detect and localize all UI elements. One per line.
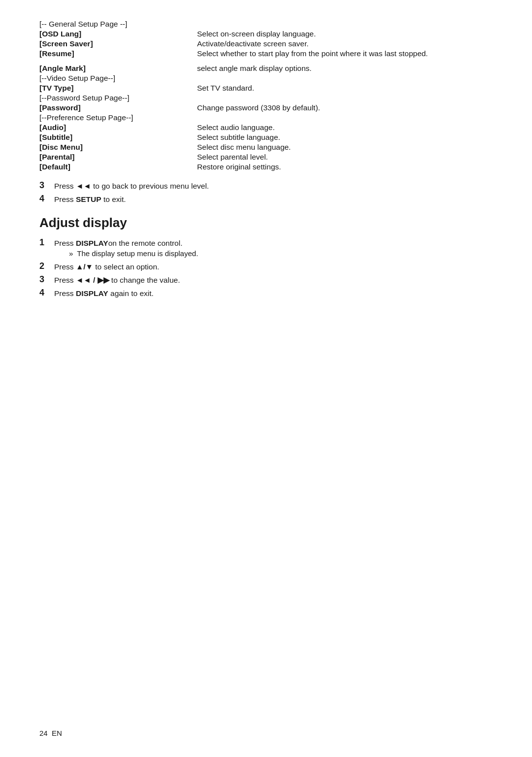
table-row: [Screen Saver] Activate/deactivate scree… — [39, 39, 493, 48]
setting-description: Restore original settings. — [197, 163, 493, 171]
sub-step-text: The display setup menu is displayed. — [77, 249, 198, 258]
adjust-step-2: 2 Press ▲/▼ to select an option. — [39, 261, 493, 272]
setting-osd-lang: [OSD Lang] — [39, 30, 197, 38]
adjust-step-3: 3 Press ◄◄ / ▶▶ to change the value. — [39, 274, 493, 286]
section-header-label: [--Password Setup Page--] — [39, 94, 130, 102]
setting-description: Activate/deactivate screen saver. — [197, 39, 493, 48]
setting-screen-saver: [Screen Saver] — [39, 39, 197, 48]
setting-tv-type: [TV Type] — [39, 84, 197, 93]
up-down-icon: ▲/▼ — [76, 263, 93, 271]
table-row: [Password] Change password (3308 by defa… — [39, 103, 493, 112]
setting-label: [Angle Mark] — [39, 64, 86, 72]
setting-label: [TV Type] — [39, 84, 73, 92]
step-number-2: 2 — [39, 261, 54, 271]
step-content-2: Press ▲/▼ to select an option. — [54, 261, 493, 272]
spacer — [39, 59, 493, 64]
table-row: [Disc Menu] Select disc menu language. — [39, 143, 493, 152]
section-header-password: [--Password Setup Page--] — [39, 94, 197, 102]
setting-password: [Password] — [39, 103, 197, 112]
pre-adjust-steps: 3 Press ◄◄ to go back to previous menu l… — [39, 180, 493, 205]
step-number-3: 3 — [39, 180, 54, 191]
setting-resume: [Resume] — [39, 49, 197, 58]
display-again-label: DISPLAY — [76, 289, 108, 297]
setting-description: Select audio language. — [197, 123, 493, 132]
step-number-1: 1 — [39, 237, 54, 248]
table-row: [Default] Restore original settings. — [39, 163, 493, 171]
setting-description: Change password (3308 by default). — [197, 103, 493, 112]
setting-description: Select on-screen display language. — [197, 30, 493, 38]
display-button-label: DISPLAY — [76, 239, 108, 247]
step-content-3: Press ◄◄ / ▶▶ to change the value. — [54, 274, 493, 286]
adjust-display-steps: 1 Press DISPLAYon the remote control. » … — [39, 237, 493, 299]
sub-step-bullet: » — [69, 249, 73, 258]
setting-label: [OSD Lang] — [39, 30, 81, 38]
setting-description: Select subtitle language. — [197, 133, 493, 142]
step-number-3b: 3 — [39, 274, 54, 285]
setting-description: select angle mark display options. — [197, 64, 493, 73]
step-content-1: Press DISPLAYon the remote control. » Th… — [54, 237, 198, 259]
table-row: [Angle Mark] select angle mark display o… — [39, 64, 493, 73]
language-label: EN — [52, 729, 62, 737]
setting-description: Set TV standard. — [197, 84, 493, 93]
table-row: [--Video Setup Page--] — [39, 74, 493, 83]
step-4-exit: 4 Press SETUP to exit. — [39, 194, 493, 205]
setting-label: [Default] — [39, 163, 70, 171]
setting-description: Select disc menu language. — [197, 143, 493, 152]
adjust-step-1: 1 Press DISPLAYon the remote control. » … — [39, 237, 493, 259]
table-row: [OSD Lang] Select on-screen display lang… — [39, 30, 493, 38]
setting-description: Select parental level. — [197, 153, 493, 162]
setting-disc-menu: [Disc Menu] — [39, 143, 197, 152]
adjust-display-section: Adjust display 1 Press DISPLAYon the rem… — [39, 215, 493, 299]
section-header-label: [--Video Setup Page--] — [39, 74, 115, 82]
table-row: [--Preference Setup Page--] — [39, 113, 493, 122]
step-number-4b: 4 — [39, 288, 54, 298]
table-row: [Resume] Select whether to start play fr… — [39, 49, 493, 58]
section-header-video: [--Video Setup Page--] — [39, 74, 197, 83]
adjust-display-title: Adjust display — [39, 215, 493, 230]
rewind-ffwd-icon: ◄◄ / ▶▶ — [76, 276, 109, 284]
sub-step-1: » The display setup menu is displayed. — [69, 249, 198, 258]
setting-audio: [Audio] — [39, 123, 197, 132]
step-text-4: Press SETUP to exit. — [54, 194, 493, 205]
step-text-3: Press ◄◄ to go back to previous menu lev… — [54, 180, 493, 192]
setting-parental: [Parental] — [39, 153, 197, 162]
section-header-label: [-- General Setup Page --] — [39, 20, 127, 28]
setting-label: [Password] — [39, 103, 81, 112]
section-header-label: [--Preference Setup Page--] — [39, 113, 133, 122]
adjust-step-4: 4 Press DISPLAY again to exit. — [39, 288, 493, 299]
setting-label: [Audio] — [39, 123, 66, 132]
table-row: [TV Type] Set TV standard. — [39, 84, 493, 93]
table-row: [Audio] Select audio language. — [39, 123, 493, 132]
page-number: 24 — [39, 729, 48, 737]
section-header-general: [-- General Setup Page --] — [39, 20, 197, 29]
table-row: [-- General Setup Page --] — [39, 20, 493, 29]
step-content-4: Press DISPLAY again to exit. — [54, 288, 493, 299]
setting-label: [Screen Saver] — [39, 39, 93, 48]
setting-label: [Subtitle] — [39, 133, 72, 141]
step-3-back: 3 Press ◄◄ to go back to previous menu l… — [39, 180, 493, 192]
setting-default: [Default] — [39, 163, 197, 171]
rewind-icon: ◄◄ — [76, 182, 91, 190]
table-row: [--Password Setup Page--] — [39, 94, 493, 102]
step-number-4: 4 — [39, 194, 54, 204]
section-header-preference: [--Preference Setup Page--] — [39, 113, 197, 122]
setting-subtitle: [Subtitle] — [39, 133, 197, 142]
table-row: [Subtitle] Select subtitle language. — [39, 133, 493, 142]
table-row: [Parental] Select parental level. — [39, 153, 493, 162]
setting-label: [Disc Menu] — [39, 143, 83, 151]
setting-description: Select whether to start play from the po… — [197, 49, 493, 58]
settings-table: [-- General Setup Page --] [OSD Lang] Se… — [39, 20, 493, 171]
setting-angle-mark: [Angle Mark] — [39, 64, 197, 73]
page-footer: 24 EN — [39, 729, 62, 737]
setting-label: [Resume] — [39, 49, 74, 58]
setup-button-label: SETUP — [76, 195, 101, 203]
setting-label: [Parental] — [39, 153, 75, 161]
